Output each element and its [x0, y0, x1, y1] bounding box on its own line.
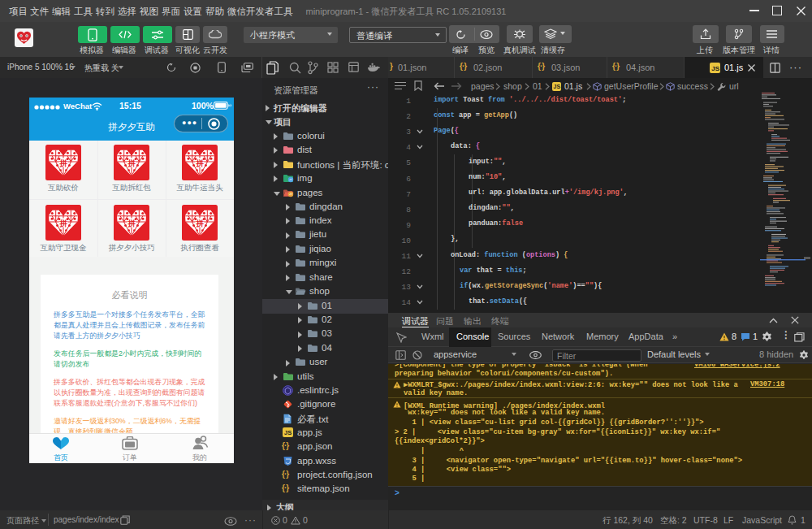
svg-text:拼: 拼	[58, 219, 67, 228]
svg-text:拼: 拼	[127, 219, 136, 228]
svg-text:拼: 拼	[195, 158, 204, 167]
svg-text:拼: 拼	[195, 219, 204, 228]
svg-text:拼: 拼	[127, 158, 136, 167]
svg-text:拼: 拼	[58, 158, 67, 167]
